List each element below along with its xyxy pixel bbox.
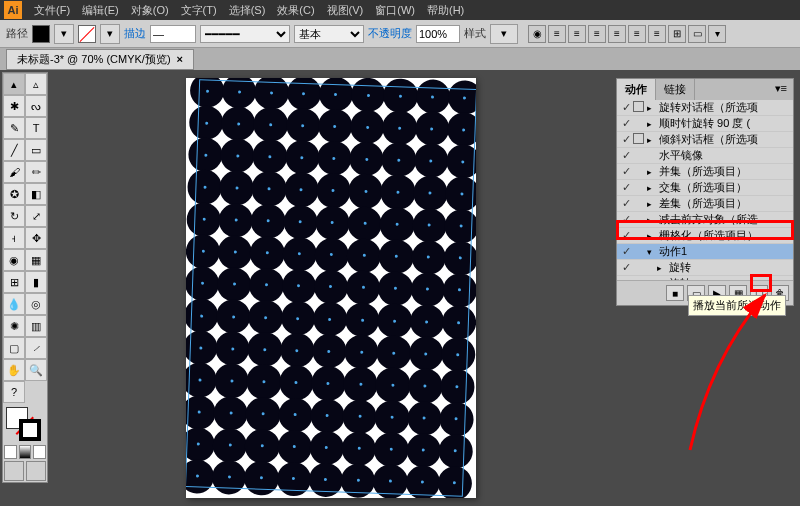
circle-shape[interactable]: [440, 369, 475, 404]
circle-shape[interactable]: [405, 465, 440, 498]
circle-shape[interactable]: [438, 434, 473, 469]
circle-shape[interactable]: [439, 401, 474, 436]
circle-shape[interactable]: [412, 208, 447, 243]
check-icon[interactable]: ✓: [619, 181, 633, 194]
circle-shape[interactable]: [252, 171, 287, 206]
circle-shape[interactable]: [413, 143, 448, 178]
action-row[interactable]: ✓ ▸ 减去前方对象（所选: [617, 212, 793, 228]
menu-object[interactable]: 对象(O): [125, 1, 175, 20]
circle-shape[interactable]: [407, 401, 442, 436]
circle-shape[interactable]: [377, 303, 412, 338]
circle-shape[interactable]: [443, 241, 476, 276]
scale-tool[interactable]: ⤢: [25, 205, 47, 227]
circle-shape[interactable]: [379, 239, 414, 274]
circle-shape[interactable]: [444, 209, 476, 244]
circle-shape[interactable]: [343, 367, 378, 402]
circle-shape[interactable]: [378, 271, 413, 306]
brush-def-select[interactable]: 基本: [294, 25, 364, 43]
menu-effect[interactable]: 效果(C): [271, 1, 320, 20]
circle-shape[interactable]: [283, 204, 318, 239]
twisty-icon[interactable]: ▸: [647, 231, 659, 241]
width-tool[interactable]: ⫞: [3, 227, 25, 249]
circle-shape[interactable]: [408, 368, 443, 403]
circle-shape[interactable]: [186, 266, 220, 301]
circle-shape[interactable]: [373, 464, 408, 498]
circle-shape[interactable]: [406, 433, 441, 468]
color-mode[interactable]: [4, 445, 17, 459]
column-graph-tool[interactable]: ▥: [25, 315, 47, 337]
align-right-icon[interactable]: ≡: [588, 25, 606, 43]
paintbrush-tool[interactable]: 🖌: [3, 161, 25, 183]
circle-shape[interactable]: [253, 107, 288, 142]
action-row[interactable]: ✓ ▸ 倾斜对话框（所选项: [617, 132, 793, 148]
dialog-toggle[interactable]: [633, 101, 647, 114]
circle-shape[interactable]: [251, 204, 286, 239]
action-row[interactable]: ✓ ▾ 动作1: [617, 244, 793, 260]
circle-shape[interactable]: [281, 269, 316, 304]
circle-shape[interactable]: [186, 202, 221, 237]
circle-shape[interactable]: [312, 334, 347, 369]
menu-help[interactable]: 帮助(H): [421, 1, 470, 20]
action-row[interactable]: ✓ ▸ 顺时针旋转 90 度 (: [617, 116, 793, 132]
more-icon[interactable]: ▾: [708, 25, 726, 43]
circle-shape[interactable]: [380, 175, 415, 210]
circle-shape[interactable]: [280, 333, 315, 368]
blob-brush-tool[interactable]: ✪: [3, 183, 25, 205]
circle-shape[interactable]: [280, 301, 315, 336]
type-tool[interactable]: T: [25, 117, 47, 139]
stroke-swatch[interactable]: [78, 25, 96, 43]
action-row[interactable]: ✓ ▸ 旋转对话框（所选项: [617, 100, 793, 116]
menu-file[interactable]: 文件(F): [28, 1, 76, 20]
circle-shape[interactable]: [446, 112, 476, 147]
circle-shape[interactable]: [215, 331, 250, 366]
circle-shape[interactable]: [351, 78, 386, 112]
opacity-input[interactable]: [416, 25, 460, 43]
doc-tab[interactable]: 未标题-3* @ 70% (CMYK/预览) ×: [6, 49, 194, 70]
circle-shape[interactable]: [341, 463, 376, 498]
artwork-dot-grid[interactable]: [186, 78, 476, 498]
circle-shape[interactable]: [441, 337, 476, 372]
align-hcenter-icon[interactable]: ≡: [568, 25, 586, 43]
twisty-icon[interactable]: ▾: [647, 247, 659, 257]
check-icon[interactable]: ✓: [619, 229, 633, 242]
perspective-tool[interactable]: ▦: [25, 249, 47, 271]
twisty-icon[interactable]: ▸: [647, 135, 659, 145]
tab-links[interactable]: 链接: [656, 79, 695, 100]
circle-shape[interactable]: [220, 138, 255, 173]
circle-shape[interactable]: [218, 235, 253, 270]
circle-shape[interactable]: [250, 236, 285, 271]
brush-select[interactable]: ━━━━━: [200, 25, 290, 43]
zoom-tool[interactable]: 🔍: [25, 359, 47, 381]
action-row[interactable]: ✓ 水平镜像: [617, 148, 793, 164]
circle-shape[interactable]: [408, 336, 443, 371]
twisty-icon[interactable]: ▸: [647, 183, 659, 193]
circle-shape[interactable]: [409, 304, 444, 339]
twisty-icon[interactable]: ▸: [647, 263, 659, 273]
check-icon[interactable]: ✓: [619, 197, 633, 210]
circle-shape[interactable]: [374, 400, 409, 435]
eyedropper-tool[interactable]: 💧: [3, 293, 25, 315]
circle-shape[interactable]: [346, 238, 381, 273]
circle-shape[interactable]: [345, 302, 380, 337]
circle-shape[interactable]: [313, 302, 348, 337]
draw-normal[interactable]: [4, 461, 24, 481]
circle-shape[interactable]: [286, 78, 321, 111]
circle-shape[interactable]: [380, 207, 415, 242]
circle-shape[interactable]: [246, 364, 281, 399]
circle-shape[interactable]: [218, 203, 253, 238]
recolor-icon[interactable]: ◉: [528, 25, 546, 43]
line-tool[interactable]: ╱: [3, 139, 25, 161]
circle-shape[interactable]: [216, 299, 251, 334]
fill-swatch[interactable]: [32, 25, 50, 43]
action-row[interactable]: ✓ ▸ 并集（所选项目）: [617, 164, 793, 180]
help-tool[interactable]: ?: [3, 381, 25, 403]
none-mode[interactable]: [33, 445, 46, 459]
circle-shape[interactable]: [313, 269, 348, 304]
align-vcenter-icon[interactable]: ≡: [628, 25, 646, 43]
circle-shape[interactable]: [279, 365, 314, 400]
menu-view[interactable]: 视图(V): [321, 1, 370, 20]
fill-dropdown[interactable]: ▾: [54, 24, 74, 44]
circle-shape[interactable]: [284, 172, 319, 207]
circle-shape[interactable]: [442, 273, 476, 308]
gradient-mode[interactable]: [19, 445, 32, 459]
